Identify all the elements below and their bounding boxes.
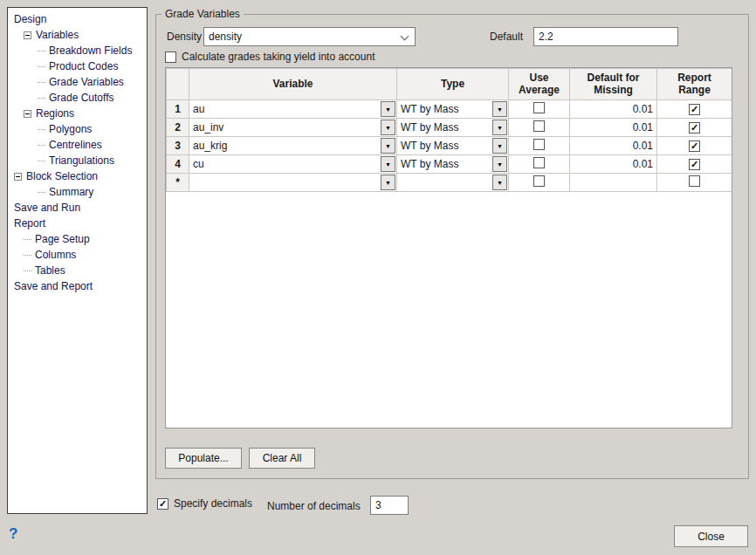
dropdown-arrow-icon[interactable]: ▼ <box>381 156 395 172</box>
tree-item-design[interactable]: Design <box>10 11 145 27</box>
tree-item-save-and-report[interactable]: Save and Report <box>10 278 145 294</box>
yield-checkbox-label: Calculate grades taking yield into accou… <box>182 51 375 63</box>
tree-item-grade-cutoffs[interactable]: Grade Cutoffs <box>10 90 145 106</box>
report-range-cell: ✓ <box>657 119 732 137</box>
tree-item-page-setup[interactable]: Page Setup <box>10 231 145 247</box>
default-for-missing-cell[interactable]: 0.01 <box>570 100 657 119</box>
default-for-missing-cell[interactable]: 0.01 <box>570 119 657 137</box>
tree-connector <box>38 98 45 99</box>
corner-header-cell <box>167 69 189 100</box>
type-cell[interactable]: WT by Mass▼ <box>397 155 509 174</box>
tree-item-regions[interactable]: Regions <box>10 106 145 121</box>
tree-item-label: Report <box>14 216 45 231</box>
type-cell[interactable]: WT by Mass▼ <box>397 137 509 155</box>
variable-cell[interactable]: au▼ <box>189 100 397 119</box>
default-for-missing-cell[interactable]: 0.01 <box>570 155 657 174</box>
variable-cell[interactable]: cu▼ <box>189 155 397 174</box>
tree-item-grade-variables[interactable]: Grade Variables <box>10 74 145 90</box>
number-of-decimals-input[interactable] <box>370 496 409 515</box>
report-range-checkbox[interactable]: ✓ <box>689 159 700 170</box>
tree-item-product-codes[interactable]: Product Codes <box>10 58 145 74</box>
tree-item-label: Triangulations <box>49 153 114 168</box>
use-average-checkbox[interactable] <box>533 102 545 113</box>
tree-item-save-and-run[interactable]: Save and Run <box>10 200 145 216</box>
clear-all-button[interactable]: Clear All <box>249 448 315 469</box>
tree-item-breakdown-fields[interactable]: Breakdown Fields <box>10 43 145 58</box>
tree-item-label: Save and Report <box>14 278 93 294</box>
report-range-checkbox[interactable]: ✓ <box>689 122 700 134</box>
dropdown-arrow-icon[interactable]: ▼ <box>381 175 395 190</box>
use-average-checkbox[interactable] <box>533 175 545 187</box>
help-icon[interactable]: ? <box>9 525 17 543</box>
row-header-cell[interactable]: 3 <box>167 137 189 155</box>
row-header-cell[interactable]: * <box>167 174 189 192</box>
variable-cell[interactable]: ▼ <box>189 174 397 192</box>
default-for-missing-cell[interactable] <box>570 174 657 192</box>
close-button[interactable]: Close <box>674 525 748 547</box>
column-header-default-for-missing: Default for Missing <box>570 69 657 100</box>
tree-connector <box>38 192 45 193</box>
tree-item-summary[interactable]: Summary <box>10 184 145 200</box>
tree-item-label: Breakdown Fields <box>49 43 132 58</box>
populate-button[interactable]: Populate... <box>165 448 242 469</box>
dropdown-arrow-icon[interactable]: ▼ <box>381 120 395 135</box>
report-range-checkbox[interactable] <box>689 175 700 187</box>
tree-item-triangulations[interactable]: Triangulations <box>10 153 145 168</box>
tree-item-polygons[interactable]: Polygons <box>10 121 145 137</box>
tree-item-centrelines[interactable]: Centrelines <box>10 137 145 153</box>
tree-item-label: Polygons <box>49 121 92 137</box>
dropdown-arrow-icon[interactable]: ▼ <box>381 101 395 117</box>
tree-item-report[interactable]: Report <box>10 216 145 231</box>
collapse-minus-icon[interactable] <box>24 31 31 39</box>
tree-connector <box>38 161 45 161</box>
report-range-checkbox[interactable]: ✓ <box>689 104 700 115</box>
collapse-minus-icon[interactable] <box>14 173 22 181</box>
tree-item-label: Columns <box>35 247 76 263</box>
type-cell[interactable]: WT by Mass▼ <box>397 100 509 119</box>
dropdown-arrow-icon[interactable]: ▼ <box>492 156 507 172</box>
tree-item-variables[interactable]: Variables <box>10 27 145 43</box>
dropdown-arrow-icon[interactable]: ▼ <box>492 120 507 135</box>
tree-connector <box>24 255 31 256</box>
variable-cell[interactable]: au_inv▼ <box>189 119 397 137</box>
specify-decimals-checkbox[interactable]: ✓ <box>157 498 168 510</box>
tree-connector <box>24 271 31 271</box>
use-average-cell <box>509 100 570 119</box>
row-header-cell[interactable]: 2 <box>167 119 189 137</box>
dropdown-arrow-icon[interactable]: ▼ <box>381 138 395 154</box>
use-average-checkbox[interactable] <box>533 157 545 168</box>
use-average-checkbox[interactable] <box>533 139 545 150</box>
dropdown-arrow-icon[interactable]: ▼ <box>492 101 507 117</box>
variable-cell[interactable]: au_krig▼ <box>189 137 397 155</box>
default-density-input[interactable] <box>533 27 678 46</box>
tree-item-tables[interactable]: Tables <box>10 263 145 278</box>
table-row: 2au_inv▼WT by Mass▼0.01✓ <box>167 119 732 137</box>
dropdown-arrow-icon[interactable]: ▼ <box>492 138 507 154</box>
row-header-cell[interactable]: 1 <box>167 100 189 119</box>
report-range-cell <box>657 174 732 192</box>
column-header-variable: Variable <box>189 69 397 100</box>
type-cell[interactable]: WT by Mass▼ <box>397 119 509 137</box>
navigation-tree: DesignVariablesBreakdown FieldsProduct C… <box>7 7 148 514</box>
collapse-minus-icon[interactable] <box>24 110 31 118</box>
type-cell[interactable]: ▼ <box>397 174 509 192</box>
use-average-checkbox[interactable] <box>533 120 545 132</box>
density-combobox[interactable]: density <box>203 27 416 46</box>
report-range-checkbox[interactable]: ✓ <box>689 140 700 152</box>
tree-item-columns[interactable]: Columns <box>10 247 145 263</box>
table-row: 4cu▼WT by Mass▼0.01✓ <box>167 155 732 174</box>
default-for-missing-cell[interactable]: 0.01 <box>570 137 657 155</box>
row-header-cell[interactable]: 4 <box>167 155 189 174</box>
column-header-use-average: Use Average <box>509 69 570 100</box>
yield-checkbox[interactable] <box>165 51 176 63</box>
variable-cell-value: au_krig <box>193 140 227 152</box>
tree-item-label: Design <box>14 11 46 27</box>
tree-item-block-selection[interactable]: Block Selection <box>10 168 145 184</box>
specify-decimals-label: Specify decimals <box>174 497 252 510</box>
report-range-cell: ✓ <box>657 137 732 155</box>
groupbox-title: Grade Variables <box>162 8 244 20</box>
dropdown-arrow-icon[interactable]: ▼ <box>492 175 507 190</box>
type-cell-value: WT by Mass <box>401 140 458 152</box>
report-range-cell: ✓ <box>657 155 732 174</box>
grade-variables-table: Variable Type Use Average Default for Mi… <box>165 67 732 428</box>
